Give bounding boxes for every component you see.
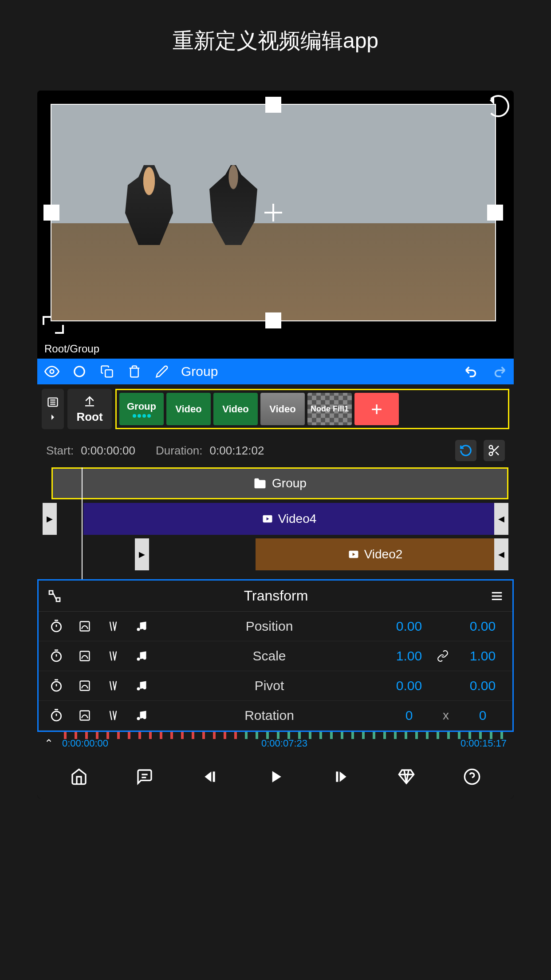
folder-icon (253, 477, 267, 490)
resize-handle-top[interactable] (265, 97, 281, 113)
clip-video-1[interactable]: Video (166, 393, 211, 425)
clip-label: Node Fill1 (311, 404, 349, 414)
video-icon (261, 513, 274, 525)
start-label: Start: (46, 444, 74, 458)
prev-frame-icon[interactable] (197, 766, 223, 788)
music-icon[interactable] (129, 680, 154, 692)
play-icon[interactable] (262, 766, 289, 788)
shake-icon[interactable] (101, 650, 126, 662)
svg-point-1 (75, 367, 85, 377)
redo-icon[interactable] (491, 363, 508, 380)
clip-node-fill[interactable]: Node Fill1 (307, 393, 352, 425)
svg-rect-15 (49, 591, 53, 594)
stopwatch-icon[interactable] (44, 679, 69, 693)
start-value[interactable]: 0:00:00:00 (81, 444, 135, 458)
prop-value-x[interactable]: 1.00 (385, 648, 433, 664)
prop-value-y[interactable]: 0.00 (458, 678, 507, 693)
stopwatch-icon[interactable] (44, 619, 69, 633)
help-icon[interactable] (459, 766, 485, 788)
clip-indicator-dots (133, 414, 151, 418)
playhead[interactable] (82, 467, 83, 579)
timeline-ruler[interactable]: ⌃ 0:00:00:00 0:00:07:23 0:00:15:17 (37, 732, 514, 755)
music-icon[interactable] (129, 650, 154, 662)
svg-rect-16 (56, 598, 60, 601)
preview-selection-box[interactable] (51, 104, 496, 321)
home-icon[interactable] (66, 766, 92, 788)
shake-icon[interactable] (101, 709, 126, 722)
transform-header: Transform (39, 581, 512, 612)
svg-point-26 (143, 627, 146, 630)
curve-icon[interactable] (72, 650, 97, 662)
undo-icon[interactable] (463, 363, 480, 380)
prop-value-y[interactable]: 0 (458, 708, 507, 723)
track-handle-right[interactable]: ◀ (494, 538, 508, 570)
resize-handle-bottom[interactable] (265, 312, 281, 328)
clip-group[interactable]: Group (119, 393, 164, 425)
comment-icon[interactable] (131, 766, 158, 788)
side-panel-toggle[interactable] (42, 389, 64, 429)
center-crosshair-icon (264, 204, 282, 221)
link-icon[interactable] (437, 650, 455, 662)
prop-row-rotation: Rotation 0 x 0 (39, 701, 512, 731)
svg-point-31 (137, 658, 140, 661)
trash-icon[interactable] (126, 363, 143, 380)
visibility-icon[interactable] (43, 363, 60, 380)
resize-handle-left[interactable] (43, 205, 59, 221)
copy-icon[interactable] (98, 363, 115, 380)
transform-properties: Position 0.00 0.00 Scale 1.00 1.00 (39, 612, 512, 731)
track-handle-left[interactable]: ▶ (43, 503, 57, 535)
svg-point-44 (143, 716, 146, 719)
ruler-marks (64, 732, 505, 739)
clip-label: Group (127, 401, 156, 412)
video-icon (347, 548, 360, 561)
music-icon[interactable] (129, 620, 154, 632)
clip-label: Video (222, 403, 249, 415)
circle-icon[interactable] (71, 363, 88, 380)
clip-video-2[interactable]: Video (213, 393, 258, 425)
svg-rect-47 (213, 771, 215, 782)
curve-icon[interactable] (72, 680, 97, 692)
next-frame-icon[interactable] (328, 766, 354, 788)
fullscreen-icon[interactable] (43, 316, 64, 334)
svg-line-17 (53, 593, 56, 600)
reset-icon[interactable] (455, 440, 476, 461)
shake-icon[interactable] (101, 620, 126, 632)
duration-value[interactable]: 0:00:12:02 (210, 444, 264, 458)
scissors-icon[interactable] (484, 440, 505, 461)
prop-name: Scale (157, 648, 381, 664)
svg-point-38 (143, 686, 146, 689)
toolbar: Group (37, 359, 514, 384)
preview-area[interactable] (37, 91, 514, 339)
curve-icon[interactable] (72, 620, 97, 632)
track-handle-left[interactable]: ▶ (135, 538, 149, 570)
prop-value-y[interactable]: 0.00 (458, 619, 507, 634)
prop-value-y[interactable]: 1.00 (458, 648, 507, 664)
prop-row-scale: Scale 1.00 1.00 (39, 641, 512, 671)
track-label: Group (272, 476, 307, 490)
expand-arrow-icon[interactable]: ⌃ (44, 737, 62, 750)
rotate-icon[interactable] (487, 95, 509, 117)
add-clip-button[interactable]: + (354, 393, 399, 425)
root-button[interactable]: Root (67, 389, 112, 429)
music-icon[interactable] (129, 709, 154, 722)
stopwatch-icon[interactable] (44, 708, 69, 723)
stopwatch-icon[interactable] (44, 649, 69, 663)
transform-panel: Transform Position 0.00 0.00 Scale 1.00 (37, 579, 514, 732)
svg-point-32 (143, 656, 146, 660)
prop-value-x[interactable]: 0.00 (385, 678, 433, 693)
bottom-bar (37, 755, 514, 798)
track-video2[interactable]: ▶ Video2 ◀ (43, 538, 508, 570)
shake-icon[interactable] (101, 680, 126, 692)
resize-handle-right[interactable] (487, 205, 503, 221)
prop-value-x[interactable]: 0.00 (385, 619, 433, 634)
track-video4[interactable]: ▶ Video4 ◀ (43, 503, 508, 535)
track-handle-right[interactable]: ◀ (494, 503, 508, 535)
menu-icon[interactable] (490, 589, 504, 603)
curve-icon[interactable] (72, 709, 97, 722)
prop-value-x[interactable]: 0 (385, 708, 433, 723)
track-group[interactable]: Group (43, 467, 508, 499)
diamond-icon[interactable] (393, 766, 420, 788)
tracks-area[interactable]: Group ▶ Video4 ◀ ▶ Video2 ◀ (37, 467, 514, 579)
clip-video-3[interactable]: Video (260, 393, 305, 425)
edit-icon[interactable] (153, 363, 170, 380)
